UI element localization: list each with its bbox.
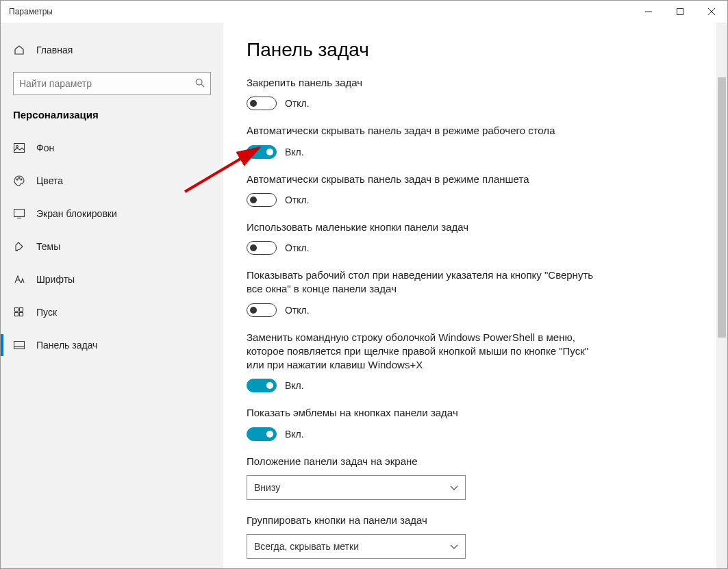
setting-label: Показывать рабочий стол при наведении ук…	[247, 268, 603, 296]
close-button[interactable]	[696, 1, 727, 23]
toggle-autohide-desktop[interactable]	[247, 145, 277, 159]
setting-label: Автоматически скрывать панель задач в ре…	[247, 173, 603, 186]
window-controls	[633, 1, 727, 23]
svg-point-9	[18, 177, 20, 179]
sidebar-item-label: Шрифты	[36, 274, 75, 285]
setting-position: Положение панели задач на экране Внизу	[247, 455, 603, 500]
sidebar-item-start[interactable]: Пуск	[1, 296, 223, 329]
toggle-powershell[interactable]	[247, 379, 277, 392]
fonts-icon	[13, 275, 25, 284]
setting-label: Использовать маленькие кнопки панели зад…	[247, 220, 603, 234]
toggle-state: Вкл.	[285, 380, 304, 391]
sidebar-item-label: Темы	[36, 241, 60, 252]
toggle-state: Откл.	[285, 305, 310, 316]
themes-icon	[13, 241, 25, 252]
home-icon	[13, 45, 25, 55]
setting-small-buttons: Использовать маленькие кнопки панели зад…	[247, 220, 603, 255]
svg-point-4	[196, 79, 202, 85]
window-title: Параметры	[9, 7, 53, 16]
sidebar-item-label: Экран блокировки	[36, 208, 117, 219]
start-icon	[13, 307, 25, 317]
chevron-down-icon	[450, 482, 458, 493]
sidebar-item-label: Цвета	[36, 175, 63, 186]
toggle-peek-desktop[interactable]	[247, 303, 277, 317]
svg-rect-13	[15, 308, 18, 312]
svg-rect-15	[15, 313, 18, 316]
svg-rect-16	[20, 313, 23, 316]
sidebar-item-background[interactable]: Фон	[1, 131, 223, 164]
maximize-button[interactable]	[664, 1, 696, 23]
content-area: Панель задач Закрепить панель задач Откл…	[223, 23, 716, 568]
sidebar-item-label: Панель задач	[36, 340, 97, 351]
sidebar-item-themes[interactable]: Темы	[1, 230, 223, 263]
scrollbar-thumb[interactable]	[718, 77, 726, 338]
setting-powershell: Заменить командную строку оболочкой Wind…	[247, 331, 603, 393]
setting-peek-desktop: Показывать рабочий стол при наведении ук…	[247, 268, 603, 317]
titlebar: Параметры	[1, 1, 727, 23]
svg-line-5	[201, 84, 204, 87]
nav-home-label: Главная	[36, 45, 73, 55]
search-input[interactable]	[19, 78, 195, 89]
toggle-state: Откл.	[285, 194, 310, 205]
svg-point-7	[16, 146, 18, 148]
toggle-state: Вкл.	[285, 147, 304, 157]
lockscreen-icon	[13, 209, 25, 218]
sidebar-item-fonts[interactable]: Шрифты	[1, 263, 223, 296]
sidebar: Главная Персонализация Фон Цвета Экран б…	[1, 23, 223, 568]
setting-lock-taskbar: Закрепить панель задач Откл.	[247, 76, 603, 110]
scrollbar[interactable]	[716, 23, 727, 568]
minimize-button[interactable]	[633, 1, 664, 23]
sidebar-item-label: Фон	[36, 142, 54, 153]
setting-combine: Группировать кнопки на панели задач Всег…	[247, 514, 603, 559]
toggle-state: Вкл.	[285, 429, 304, 440]
setting-label: Закрепить панель задач	[247, 76, 603, 90]
sidebar-item-colors[interactable]: Цвета	[1, 164, 223, 197]
setting-label: Автоматически скрывать панель задач в ре…	[247, 124, 603, 138]
svg-rect-6	[14, 144, 25, 153]
svg-point-8	[16, 179, 18, 180]
toggle-lock-taskbar[interactable]	[247, 97, 277, 110]
toggle-autohide-tablet[interactable]	[247, 193, 277, 207]
taskbar-icon	[13, 341, 25, 349]
page-title: Панель задач	[247, 39, 696, 61]
setting-badges: Показать эмблемы на кнопках панели задач…	[247, 406, 603, 440]
sidebar-item-taskbar[interactable]: Панель задач	[1, 329, 223, 362]
setting-label: Заменить командную строку оболочкой Wind…	[247, 331, 603, 372]
svg-rect-11	[14, 210, 25, 217]
dropdown-value: Внизу	[254, 482, 280, 493]
nav-home[interactable]: Главная	[1, 35, 223, 65]
chevron-down-icon	[450, 541, 458, 552]
setting-label: Положение панели задач на экране	[247, 455, 603, 468]
dropdown-combine[interactable]: Всегда, скрывать метки	[247, 534, 466, 559]
svg-rect-14	[20, 308, 23, 312]
setting-autohide-desktop: Автоматически скрывать панель задач в ре…	[247, 124, 603, 158]
category-title: Персонализация	[1, 105, 223, 131]
dropdown-value: Всегда, скрывать метки	[254, 541, 359, 552]
svg-point-10	[21, 179, 22, 180]
toggle-state: Откл.	[285, 242, 310, 253]
dropdown-position[interactable]: Внизу	[247, 475, 466, 500]
setting-label: Группировать кнопки на панели задач	[247, 514, 603, 527]
search-box[interactable]	[13, 72, 211, 95]
sidebar-item-lockscreen[interactable]: Экран блокировки	[1, 197, 223, 230]
toggle-state: Откл.	[285, 98, 310, 109]
sidebar-item-label: Пуск	[36, 307, 57, 318]
svg-rect-1	[677, 9, 683, 15]
svg-rect-17	[14, 342, 25, 349]
search-icon	[195, 78, 205, 90]
picture-icon	[13, 143, 25, 153]
toggle-small-buttons[interactable]	[247, 241, 277, 255]
setting-label: Показать эмблемы на кнопках панели задач	[247, 406, 603, 420]
palette-icon	[13, 175, 25, 186]
setting-autohide-tablet: Автоматически скрывать панель задач в ре…	[247, 173, 603, 207]
toggle-badges[interactable]	[247, 427, 277, 441]
